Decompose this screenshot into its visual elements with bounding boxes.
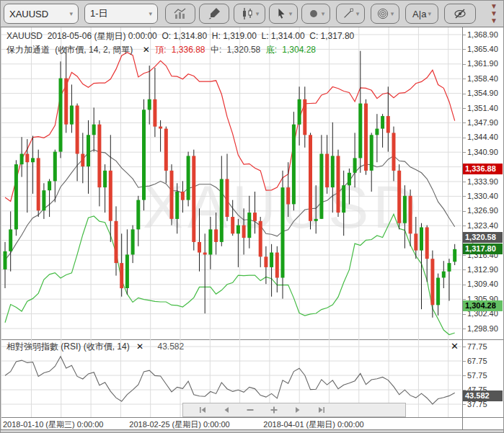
price-axis-label: 1,368.90 [463,30,498,39]
candlestick-icon [240,6,255,21]
price-axis-label: 1,309.40 [463,280,498,288]
scroll-right-button[interactable] [288,404,307,416]
toolbar-overflow-arrows[interactable]: ▼ ▼ ▼ [490,3,498,24]
ellipse-icon [307,7,320,20]
band-top-label: 頂: [155,45,166,55]
trendline-tool-button[interactable]: ▾ [336,4,365,24]
rsi-name: 相對強弱指數 (RSI) [6,342,81,352]
time-axis-label: 2018-01-10 (星期三) 0:00:00 [3,419,103,430]
price-level-badge: 1,304.28 [463,300,503,311]
price-level-badge: 1,320.58 [463,232,503,243]
chevron-down-icon: ▾ [289,10,293,17]
axis-tick-mark [463,35,466,35]
price-axis-label: 1,312.90 [463,265,498,274]
band-bottom-label: 底: [266,45,277,55]
axis-tick-mark [463,285,466,285]
rsi-axis-label: 67.75 [463,357,487,365]
axis-tick-mark [463,64,466,65]
remove-indicator-icon[interactable]: ✕ [143,45,150,55]
axis-tick-mark [463,182,466,182]
time-axis-label: 2018-04-01 (星期日) 0:00:00 [263,419,363,430]
text-tool-button[interactable]: A|a ▾ [405,4,438,24]
axis-tick-mark [463,361,466,362]
price-axis-label: 1,333.90 [463,177,498,186]
indicator-name: 保力加通道 [6,45,50,55]
jump-to-start-button[interactable] [193,404,212,416]
axis-tick-mark [463,138,466,138]
rsi-value-badge: 43.582 [463,390,503,401]
axis-tick-mark [463,347,466,347]
axis-tick-mark [463,269,466,270]
bar-chart-icon [173,6,187,21]
eye-off-icon [453,6,467,21]
band-bottom-value: 1,304.28 [282,45,316,55]
price-axis-label: 1,340.90 [463,148,498,156]
price-axis-label: 1,330.40 [463,192,498,200]
price-axis-label: 1,298.90 [463,324,498,333]
down-arrow-icon: ▼ [490,17,498,24]
axis-tick-mark [463,404,466,405]
period-select[interactable]: 1-日 ▾ [84,4,158,24]
indicator-params: (收市價, 14, 2, 簡單) [55,45,133,55]
time-axis-label: 2018-02-25 (星期日) 0:00:00 [129,419,229,430]
price-axis-label: 1,351.40 [463,104,498,112]
axis-tick-mark [463,226,466,226]
band-mid-value: 1,320.58 [227,45,261,55]
zoom-out-button[interactable] [241,404,260,416]
axis-tick-mark [463,122,466,123]
axis-tick-mark [463,79,466,79]
chevron-down-icon: ▾ [322,10,325,17]
axis-tick-mark [463,375,466,376]
band-mid-label: 中: [211,45,221,55]
axis-tick-mark [463,94,466,94]
ohlc-header: XAUUSD 2018-05-06 (星期日) 0:00:00 O: 1,314… [6,30,354,43]
axis-tick-mark [463,314,466,315]
chevron-down-icon: ▾ [69,10,73,17]
price-axis-label: 1,323.40 [463,221,498,230]
axis-tick-mark [463,108,466,109]
axis-tick-mark [463,196,466,197]
price-axis-label: 1,326.90 [463,206,498,215]
band-top-value: 1,336.88 [172,45,205,55]
price-axis-label: 1,347.90 [463,118,498,127]
trendline-icon [342,7,355,20]
period-select-value: 1-日 [90,7,108,20]
shape-tool-button[interactable]: ▾ [301,4,330,24]
rsi-axis-label: 57.75 [463,371,487,380]
cursor-tool-button[interactable]: ▾ [269,4,298,24]
rsi-axis-label: 77.75 [463,342,487,351]
rsi-header: 相對強弱指數 (RSI) (收市價, 14) ✕ 43.582 [6,341,184,353]
time-axis-divider [1,417,504,418]
text-tool-icon: A|a [412,9,426,19]
symbol-select-value: XAUUSD [9,9,48,19]
brush-button[interactable] [199,4,229,24]
price-axis-label: 1,365.40 [463,45,498,53]
axis-tick-mark [463,255,466,256]
price-axis-label: 1,354.90 [463,89,498,97]
hide-objects-button[interactable] [444,4,476,24]
chevron-down-icon: ▾ [391,10,394,17]
zoom-in-button[interactable] [265,404,283,416]
trading-app-window: XAUUSD ▾ 1-日 ▾ ▾ ▾ ▾ ▾ [0,0,504,433]
fibonacci-tool-button[interactable]: ▾ [371,4,399,24]
axis-tick-mark [463,211,466,212]
chevron-down-icon: ▾ [256,10,260,17]
scroll-left-button[interactable] [217,404,236,416]
bollinger-header: 保力加通道 (收市價, 14, 2, 簡單) ✕ 頂: 1,336.88 中: … [6,44,319,56]
main-price-chart[interactable] [1,27,461,339]
symbol-select[interactable]: XAUUSD ▾ [4,4,79,24]
rsi-panel-close-button[interactable]: ✕ [451,341,459,352]
indicators-button[interactable] [165,4,195,24]
chevron-down-icon: ▾ [356,10,360,17]
chart-nav-toolbar [182,403,406,417]
price-axis-label: 1,344.40 [463,133,498,141]
jump-to-end-button[interactable] [312,404,331,416]
remove-rsi-icon[interactable]: ✕ [136,342,143,352]
price-level-badge: 1,317.80 [463,244,503,254]
rsi-current-value: 43.582 [157,342,184,352]
price-axis-label: 1,361.90 [463,59,498,68]
cursor-arrow-icon [275,7,288,20]
chart-type-button[interactable]: ▾ [234,4,265,24]
toolbar: XAUUSD ▾ 1-日 ▾ ▾ ▾ ▾ ▾ [1,1,504,27]
price-axis-label: 1,358.40 [463,74,498,83]
